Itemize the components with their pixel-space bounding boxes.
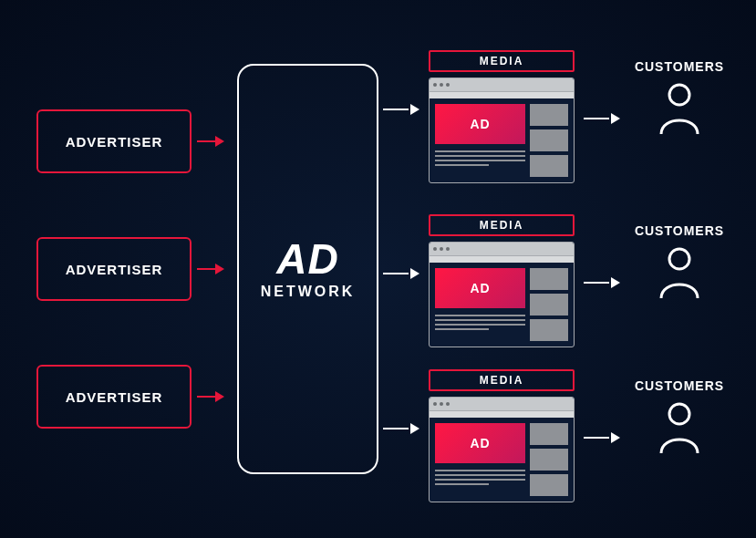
- media-label: MEDIA: [429, 214, 575, 236]
- network-subtitle: NETWORK: [261, 284, 356, 300]
- customer-block-2: CUSTOMERS: [629, 223, 730, 304]
- customer-label: CUSTOMERS: [629, 223, 730, 238]
- advertiser-box-1: ADVERTISER: [36, 109, 192, 173]
- window-dot-icon: [440, 247, 443, 251]
- ad-slot: AD: [435, 268, 525, 308]
- arrow-advertiser-to-network-1: [197, 132, 224, 150]
- network-title: AD: [276, 238, 338, 280]
- content-sidebar: [530, 104, 568, 177]
- window-dot-icon: [446, 247, 450, 251]
- arrow-network-to-media-2: [383, 264, 419, 283]
- browser-addressbar: [430, 255, 574, 263]
- arrow-media-to-customer-2: [584, 274, 620, 292]
- browser-body: AD: [430, 98, 574, 182]
- window-dot-icon: [440, 83, 443, 87]
- window-dot-icon: [440, 402, 443, 406]
- person-icon: [657, 245, 702, 300]
- browser-addressbar: [430, 410, 574, 418]
- ad-network-box: AD NETWORK: [237, 64, 378, 474]
- media-label: MEDIA: [429, 50, 575, 72]
- media-label: MEDIA: [429, 369, 575, 391]
- ad-slot: AD: [435, 104, 525, 144]
- media-block-3: MEDIA AD: [429, 369, 575, 502]
- customer-label: CUSTOMERS: [629, 59, 730, 74]
- media-block-2: MEDIA AD: [429, 214, 575, 347]
- arrow-network-to-media-3: [383, 419, 419, 438]
- browser-body: AD: [430, 418, 574, 502]
- browser-mockup: AD: [429, 397, 575, 502]
- browser-mockup: AD: [429, 78, 575, 183]
- advertiser-label: ADVERTISER: [66, 389, 163, 405]
- customer-block-1: CUSTOMERS: [629, 59, 730, 140]
- arrow-media-to-customer-3: [584, 429, 620, 447]
- content-sidebar: [530, 268, 568, 341]
- arrow-media-to-customer-1: [584, 109, 620, 128]
- content-sidebar: [530, 423, 568, 496]
- window-dot-icon: [433, 83, 437, 87]
- arrow-advertiser-to-network-3: [197, 388, 224, 406]
- browser-body: AD: [430, 263, 574, 347]
- advertiser-label: ADVERTISER: [66, 262, 163, 277]
- window-dot-icon: [446, 402, 450, 406]
- svg-point-1: [669, 249, 689, 269]
- advertiser-box-3: ADVERTISER: [36, 365, 192, 429]
- browser-addressbar: [430, 91, 574, 98]
- svg-point-0: [669, 85, 689, 105]
- ad-slot: AD: [435, 423, 525, 463]
- browser-titlebar: [430, 78, 574, 91]
- window-dot-icon: [433, 247, 437, 251]
- window-dot-icon: [433, 402, 437, 406]
- customer-label: CUSTOMERS: [629, 378, 730, 393]
- arrow-network-to-media-1: [383, 100, 419, 119]
- advertiser-label: ADVERTISER: [66, 134, 163, 150]
- browser-titlebar: [430, 398, 574, 410]
- person-icon: [657, 400, 702, 455]
- customer-block-3: CUSTOMERS: [629, 378, 730, 459]
- window-dot-icon: [446, 83, 450, 87]
- content-lines: [435, 149, 525, 177]
- content-lines: [435, 468, 525, 496]
- person-icon: [657, 81, 702, 136]
- browser-titlebar: [430, 243, 574, 255]
- browser-mockup: AD: [429, 242, 575, 347]
- content-lines: [435, 313, 525, 341]
- svg-point-2: [669, 404, 689, 424]
- advertiser-box-2: ADVERTISER: [36, 237, 192, 301]
- arrow-advertiser-to-network-2: [197, 260, 224, 278]
- media-block-1: MEDIA AD: [429, 50, 575, 183]
